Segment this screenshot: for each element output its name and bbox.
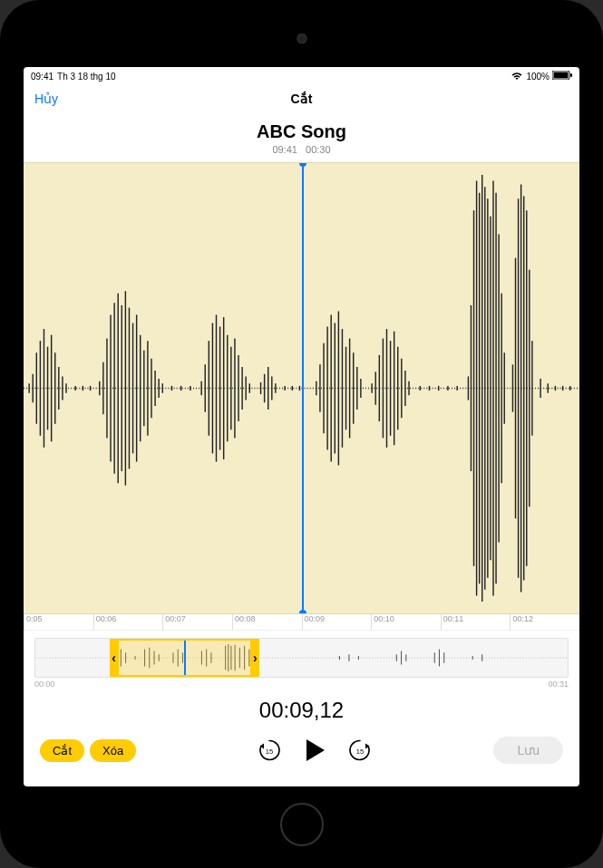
ruler-tick: 00:08 [232, 614, 302, 630]
ipad-frame: 09:41 Th 3 18 thg 10 ••• 100% Hủy Cắt AB… [0, 0, 603, 868]
status-right: 100% [511, 71, 572, 82]
status-time: 09:41 [31, 72, 53, 82]
recording-title: ABC Song [24, 121, 579, 142]
skip-back-icon: 15 [256, 737, 283, 764]
recording-header: ABC Song 09:41 00:30 [24, 121, 579, 155]
status-bar: 09:41 Th 3 18 thg 10 ••• 100% [24, 67, 579, 85]
overview-labels: 00:00 00:31 [34, 680, 569, 689]
recording-meta-time: 09:41 [272, 144, 297, 155]
ruler-tick: 00:06 [93, 614, 163, 630]
recording-meta: 09:41 00:30 [24, 144, 579, 155]
status-left: 09:41 Th 3 18 thg 10 [31, 72, 116, 82]
recording-meta-duration: 00:30 [306, 144, 331, 155]
time-display: 00:09,12 [24, 698, 579, 723]
skip-forward-icon: 15 [346, 737, 374, 764]
waveform-main[interactable] [24, 162, 579, 614]
play-button[interactable] [298, 734, 331, 767]
camera-dot [297, 34, 306, 43]
overview-start: 00:00 [34, 680, 55, 689]
overview-end: 00:31 [548, 680, 569, 689]
nav-title: Cắt [291, 92, 313, 106]
home-button[interactable] [280, 803, 324, 846]
screen: 09:41 Th 3 18 thg 10 ••• 100% Hủy Cắt AB… [24, 67, 579, 786]
skip-forward-button[interactable]: 15 [344, 734, 376, 767]
svg-rect-2 [570, 73, 572, 77]
wifi-icon [511, 72, 523, 81]
cancel-button[interactable]: Hủy [34, 92, 58, 106]
ruler-tick: 0:05 [24, 614, 93, 630]
waveform-overview[interactable] [34, 638, 569, 678]
svg-rect-1 [554, 72, 569, 79]
ruler-tick: 00:10 [371, 614, 441, 630]
ruler-tick: 00:12 [510, 614, 579, 630]
delete-button[interactable]: Xóa [90, 739, 136, 762]
playhead[interactable] [302, 163, 304, 613]
pill-group: Cắt Xóa [40, 739, 136, 762]
ruler-tick: 00:07 [162, 614, 232, 630]
nav-bar: Hủy Cắt [24, 85, 579, 112]
battery-text: 100% [526, 72, 550, 82]
status-date: Th 3 18 thg 10 [57, 72, 116, 82]
time-ruler: 0:05 00:06 00:07 00:08 00:09 00:10 00:11… [24, 614, 579, 631]
trim-button[interactable]: Cắt [40, 739, 84, 762]
svg-text:15: 15 [266, 747, 273, 756]
play-icon [301, 737, 328, 764]
battery-icon [552, 71, 572, 82]
svg-text:15: 15 [356, 747, 364, 756]
skip-back-button[interactable]: 15 [253, 734, 286, 767]
save-button[interactable]: Lưu [493, 737, 563, 764]
ruler-tick: 00:11 [441, 614, 511, 630]
controls-row: Cắt Xóa 15 15 [24, 734, 579, 786]
ruler-tick: 00:09 [302, 614, 372, 630]
overview-playhead[interactable] [184, 641, 186, 675]
